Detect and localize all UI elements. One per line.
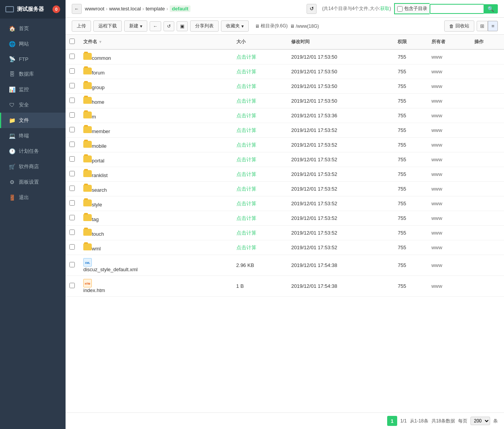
sidebar-item-website[interactable]: 🌐网站 bbox=[0, 36, 66, 52]
table-row: style 点击计算 2019/12/01 17:53:52 755 www bbox=[66, 196, 504, 211]
calculate-size-link[interactable]: 点击计算 bbox=[236, 113, 256, 118]
row-checkbox[interactable] bbox=[69, 112, 75, 118]
sidebar-item-security[interactable]: 🛡安全 bbox=[0, 97, 66, 113]
include-subdir-checkbox[interactable] bbox=[397, 6, 403, 12]
file-name-text[interactable]: touch bbox=[92, 231, 104, 237]
sidebar-item-database[interactable]: 🗄数据库 bbox=[0, 66, 66, 82]
sidebar-item-settings[interactable]: ⚙面板设置 bbox=[0, 174, 66, 190]
per-page-select[interactable]: 2001005030 bbox=[470, 417, 490, 425]
row-checkbox[interactable] bbox=[69, 200, 75, 206]
calculate-size-link[interactable]: 点击计算 bbox=[236, 98, 256, 104]
file-table-wrapper[interactable]: 文件名 ▼ 大小 修改时间 权限 所有者 操作 common 点击计算 2019… bbox=[66, 35, 504, 412]
row-checkbox[interactable] bbox=[69, 283, 75, 288]
calculate-size-link[interactable]: 点击计算 bbox=[236, 171, 256, 177]
calculate-size-link[interactable]: 点击计算 bbox=[236, 69, 256, 74]
calculate-size-link[interactable]: 点击计算 bbox=[236, 83, 256, 89]
back-button[interactable]: ← bbox=[72, 4, 82, 14]
folder-icon bbox=[83, 53, 92, 60]
calculate-size-link[interactable]: 点击计算 bbox=[236, 201, 256, 206]
file-owner: www bbox=[428, 276, 470, 297]
folder-icon bbox=[83, 126, 92, 133]
row-checkbox[interactable] bbox=[69, 244, 75, 250]
calculate-size-link[interactable]: 点击计算 bbox=[236, 186, 256, 192]
calculate-size-link[interactable]: 点击计算 bbox=[236, 157, 256, 162]
sidebar-item-monitor[interactable]: 📊监控 bbox=[0, 82, 66, 97]
table-row: wml 点击计算 2019/12/01 17:53:52 755 www bbox=[66, 240, 504, 255]
file-name-text[interactable]: search bbox=[92, 187, 107, 193]
row-checkbox[interactable] bbox=[69, 215, 75, 220]
grid-view-button[interactable]: ⊞ bbox=[477, 21, 488, 31]
row-checkbox[interactable] bbox=[69, 127, 75, 132]
file-name-text[interactable]: portal bbox=[92, 158, 105, 164]
file-modified: 2019/12/01 17:53:50 bbox=[287, 49, 394, 64]
calculate-size-link[interactable]: 点击计算 bbox=[236, 245, 256, 250]
collect-button[interactable]: 收藏夹 ▾ bbox=[221, 20, 249, 32]
breadcrumb-wwwroot[interactable]: wwwroot bbox=[85, 6, 105, 12]
sidebar-item-appstore[interactable]: 🛒软件商店 bbox=[0, 159, 66, 174]
list-view-button[interactable]: ≡ bbox=[488, 21, 498, 31]
calculate-size-link[interactable]: 点击计算 bbox=[236, 54, 256, 60]
breadcrumb-www-test-local[interactable]: www.test.local bbox=[109, 6, 141, 12]
row-checkbox[interactable] bbox=[69, 54, 75, 59]
sidebar-item-terminal[interactable]: 💻终端 bbox=[0, 128, 66, 144]
file-actions bbox=[470, 79, 504, 94]
sidebar-item-home[interactable]: 🏠首页 bbox=[0, 21, 66, 36]
sidebar-item-logout[interactable]: 🚪退出 bbox=[0, 190, 66, 205]
calculate-size-link[interactable]: 点击计算 bbox=[236, 127, 256, 133]
row-checkbox[interactable] bbox=[69, 230, 75, 235]
calculate-size-link[interactable]: 点击计算 bbox=[236, 215, 256, 221]
file-actions bbox=[470, 255, 504, 276]
file-name-text[interactable]: style bbox=[92, 202, 102, 208]
file-name-text[interactable]: tag bbox=[92, 216, 99, 222]
file-name-text[interactable]: group bbox=[92, 84, 105, 90]
row-checkbox[interactable] bbox=[69, 171, 75, 176]
folder-icon bbox=[83, 68, 92, 74]
recycle-button[interactable]: 🗑 回收站 bbox=[444, 20, 474, 32]
row-checkbox[interactable] bbox=[69, 156, 75, 162]
search-input[interactable] bbox=[430, 4, 484, 14]
folder-icon bbox=[83, 229, 92, 236]
folder-icon bbox=[83, 214, 92, 221]
www-disk: 🖥 /www(18G) bbox=[290, 24, 319, 29]
search-button[interactable]: 🔍 bbox=[484, 4, 498, 14]
file-name-text[interactable]: m bbox=[92, 114, 96, 120]
sidebar-item-ftp[interactable]: 📡FTP bbox=[0, 52, 66, 66]
get-size-link[interactable]: 获取 bbox=[380, 6, 389, 11]
file-name-text[interactable]: ranklist bbox=[92, 172, 108, 178]
rename-button[interactable]: ▣ bbox=[177, 21, 188, 31]
page-1-button[interactable]: 1 bbox=[387, 416, 397, 426]
row-checkbox[interactable] bbox=[69, 83, 75, 88]
file-name-text[interactable]: wml bbox=[92, 246, 101, 252]
calculate-size-link[interactable]: 点击计算 bbox=[236, 142, 256, 148]
go-back-button[interactable]: ← bbox=[150, 21, 161, 31]
share-list-button[interactable]: 分享列表 bbox=[190, 20, 219, 32]
row-checkbox[interactable] bbox=[69, 142, 75, 147]
file-perm: 755 bbox=[394, 226, 427, 240]
remote-download-button[interactable]: 远程下载 bbox=[93, 20, 122, 32]
breadcrumb-template[interactable]: template bbox=[146, 6, 165, 12]
calculate-size-link[interactable]: 点击计算 bbox=[236, 230, 256, 236]
file-name-text[interactable]: index.htm bbox=[83, 287, 105, 293]
svg-text:HTM: HTM bbox=[85, 282, 90, 285]
new-button[interactable]: 新建 ▾ bbox=[124, 20, 147, 32]
table-row: mobile 点击计算 2019/12/01 17:53:52 755 www bbox=[66, 138, 504, 152]
file-name-text[interactable]: forum bbox=[92, 70, 105, 76]
appstore-icon: 🛒 bbox=[9, 164, 15, 170]
row-checkbox[interactable] bbox=[69, 68, 75, 74]
file-name-text[interactable]: mobile bbox=[92, 143, 106, 149]
row-checkbox[interactable] bbox=[69, 186, 75, 191]
row-checkbox[interactable] bbox=[69, 98, 75, 103]
file-name-text[interactable]: member bbox=[92, 128, 110, 134]
row-checkbox[interactable] bbox=[69, 262, 75, 267]
refresh-button[interactable]: ↺ bbox=[307, 4, 317, 14]
upload-button[interactable]: 上传 bbox=[72, 20, 91, 32]
file-name-text[interactable]: discuz_style_default.xml bbox=[83, 267, 138, 272]
select-all-checkbox[interactable] bbox=[69, 39, 75, 44]
sidebar-item-cron[interactable]: 🕐计划任务 bbox=[0, 144, 66, 159]
file-owner: www bbox=[428, 196, 470, 211]
sidebar-item-files[interactable]: 📁文件 bbox=[0, 113, 66, 128]
file-name-text[interactable]: common bbox=[92, 55, 111, 61]
file-name-text[interactable]: home bbox=[92, 99, 105, 105]
sidebar-header: 测试服务器 0 bbox=[0, 0, 66, 19]
refresh-files-button[interactable]: ↺ bbox=[164, 21, 174, 31]
